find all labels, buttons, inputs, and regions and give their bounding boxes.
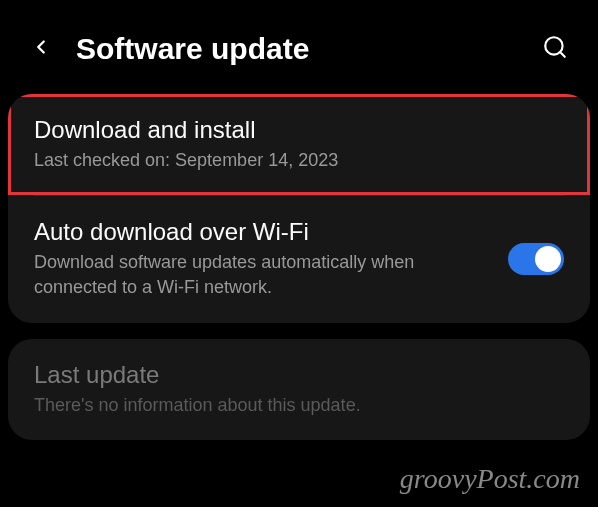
item-title: Last update [34,361,564,389]
download-and-install-item[interactable]: Download and install Last checked on: Se… [8,94,590,195]
settings-card-last-update: Last update There's no information about… [8,339,590,440]
item-text: Auto download over Wi-Fi Download softwa… [34,218,492,300]
item-title: Download and install [34,116,564,144]
toggle-knob [535,246,561,272]
item-text: Last update There's no information about… [34,361,564,418]
last-update-item: Last update There's no information about… [8,339,590,440]
item-subtitle: Last checked on: September 14, 2023 [34,148,564,173]
item-subtitle: Download software updates automatically … [34,250,492,300]
item-subtitle: There's no information about this update… [34,393,564,418]
item-title: Auto download over Wi-Fi [34,218,492,246]
search-icon[interactable] [542,34,568,64]
item-text: Download and install Last checked on: Se… [34,116,564,173]
svg-line-1 [560,52,565,57]
back-icon[interactable] [30,36,52,62]
watermark: groovyPost.com [400,463,580,495]
page-title: Software update [76,32,309,66]
header-left: Software update [30,32,309,66]
settings-card-main: Download and install Last checked on: Se… [8,94,590,323]
header: Software update [0,0,598,94]
auto-download-item[interactable]: Auto download over Wi-Fi Download softwa… [8,196,590,322]
auto-download-toggle[interactable] [508,243,564,275]
